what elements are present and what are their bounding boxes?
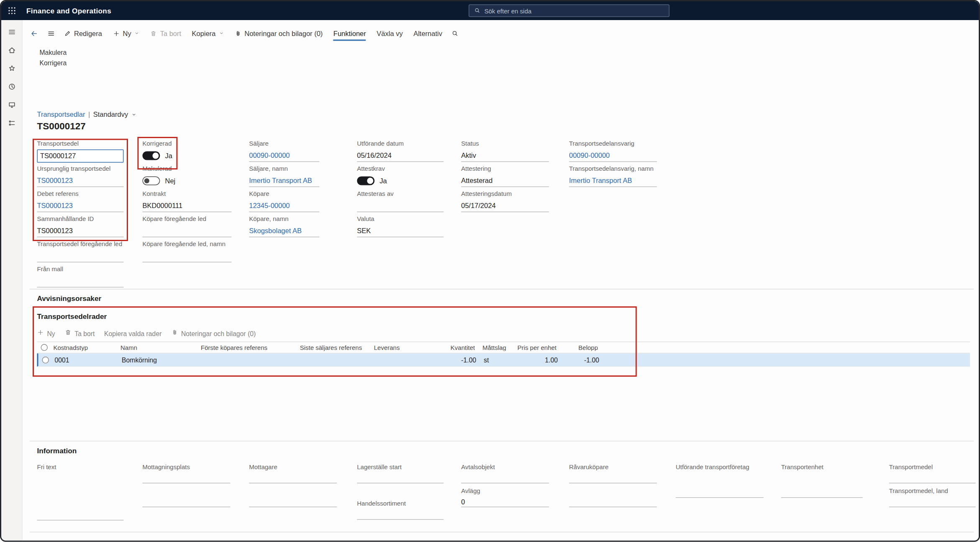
cell-belopp[interactable]: -1.00 (558, 356, 599, 364)
grid-column-m-ttslag[interactable]: Måttslag (475, 344, 512, 351)
section-avvisningsorsaker[interactable]: Avvisningsorsaker (37, 295, 102, 302)
value-attesteringsdatum[interactable]: 05/17/2024 (461, 200, 549, 212)
toggle-makulerad[interactable] (143, 177, 160, 185)
cell-m-ttslag[interactable]: st (476, 356, 513, 364)
button-noteringar-och-bilagor-0[interactable]: Noteringar och bilagor (0) (171, 329, 256, 337)
menu-item-korrigera[interactable]: Korrigera (40, 59, 67, 67)
field-utf-rande-datum: Utförande datum05/16/2024 (357, 140, 444, 165)
value-blank[interactable] (143, 497, 230, 508)
toggle-attestkrav[interactable] (357, 177, 375, 185)
value-transportsedel-f-reg-ende-led[interactable] (37, 250, 124, 262)
value-r-varuk-pare[interactable] (569, 473, 657, 484)
link-s-ljare[interactable]: 00090-00000 (249, 149, 320, 162)
grid-column-siste-s-ljares-referens[interactable]: Siste säljares referens (300, 344, 374, 351)
field-mottagare: Mottagare (249, 463, 337, 483)
grid-column-kvantitet[interactable]: Kvantitet (445, 344, 475, 351)
link-s-ljare-namn[interactable]: Imertio Transport AB (249, 175, 320, 187)
grid-column-pris-per-enhet[interactable]: Pris per enhet (512, 344, 557, 351)
value-lagerst-lle-start[interactable] (357, 473, 444, 484)
workspaces-icon[interactable] (7, 100, 17, 110)
home-icon[interactable] (7, 45, 17, 55)
button-ta-bort[interactable]: Ta bort (64, 329, 95, 337)
cell-kostnadstyp[interactable]: 0001 (55, 356, 122, 364)
global-search[interactable] (469, 5, 670, 17)
breadcrumb-page-link[interactable]: Transportsedlar (37, 110, 85, 118)
grid-column-namn[interactable]: Namn (120, 344, 201, 351)
value-k-pare-f-reg-ende-led[interactable] (143, 225, 232, 237)
button-ny[interactable]: Ny (113, 28, 139, 39)
value-transportmedel[interactable] (889, 473, 976, 484)
field-label: Handelssortiment (357, 500, 444, 509)
button-v-xla-vy[interactable]: Växla vy (377, 28, 403, 39)
link-k-pare[interactable]: 12345-00000 (249, 200, 320, 212)
button-kopiera-valda-rader[interactable]: Kopiera valda rader (104, 329, 161, 337)
link-ursprunglig-transportsedel[interactable]: TS0000123 (37, 175, 124, 187)
field-label: Transportmedel (889, 463, 976, 473)
value-utf-rande-transportf-retag[interactable] (676, 473, 764, 498)
link-transportsedelansvarig[interactable]: 00090-00000 (569, 149, 657, 162)
cell-pris-per-enhet[interactable]: 1.00 (513, 356, 558, 364)
value-valuta[interactable]: SEK (357, 225, 444, 237)
section-transportsedelrader[interactable]: Transportsedelrader (37, 313, 107, 320)
row-select-radio[interactable] (42, 356, 49, 363)
grid-column-belopp[interactable]: Belopp (557, 344, 598, 351)
grid-column-leverans[interactable]: Leverans (374, 344, 445, 351)
value-kontrakt[interactable]: BKD0000111 (143, 200, 232, 212)
grid-column-kostnadstyp[interactable]: Kostnadstyp (54, 344, 121, 351)
cell-namn[interactable]: Bomkörning (122, 356, 202, 364)
field-transportsedel: TransportsedelTS0000127 (37, 140, 124, 165)
grid-column-f-rste-k-pares-referens[interactable]: Förste köpares referens (201, 344, 300, 351)
value-attestering[interactable]: Attesterad (461, 175, 549, 187)
recent-icon[interactable] (7, 82, 17, 92)
modules-icon[interactable] (7, 118, 17, 128)
value-fri-text[interactable] (37, 473, 124, 521)
favorites-icon[interactable] (7, 64, 17, 74)
value-avl-gg[interactable]: 0 (461, 497, 549, 508)
link-transportsedelansvarig-namn[interactable]: Imertio Transport AB (569, 175, 657, 187)
value-transportmedel-land[interactable] (889, 497, 976, 508)
value-transportsedel[interactable]: TS0000127 (37, 149, 124, 163)
pencil-icon (64, 30, 71, 37)
collapse-actionpane-icon[interactable] (47, 29, 56, 38)
field-attesteringsdatum: Attesteringsdatum05/17/2024 (461, 190, 549, 216)
value-k-pare-f-reg-ende-led-namn[interactable] (143, 250, 232, 262)
button-alternativ[interactable]: Alternativ (413, 28, 442, 39)
back-icon[interactable] (30, 29, 38, 38)
value-handelssortiment[interactable] (357, 509, 444, 520)
toggle-korrigerad[interactable] (143, 152, 160, 160)
field-s-ljare-namn: Säljare, namnImertio Transport AB (249, 165, 320, 190)
button-kopiera[interactable]: Kopiera (192, 28, 224, 39)
button-ny[interactable]: Ny (37, 329, 55, 337)
value-status[interactable]: Aktiv (461, 149, 549, 162)
navigation-menu-icon[interactable] (7, 27, 17, 37)
value-sammanh-llande-id[interactable]: TS0000123 (37, 225, 124, 237)
breadcrumb: Transportsedlar | Standardvy (37, 110, 137, 118)
button-funktioner[interactable]: Funktioner (333, 28, 366, 39)
value-mottagningsplats[interactable] (143, 473, 230, 484)
button-ta-bort[interactable]: Ta bort (150, 28, 181, 39)
actionbar-search-icon[interactable] (451, 30, 458, 37)
value-avtalsobjekt[interactable] (461, 473, 549, 484)
view-selector[interactable]: Standardvy (93, 110, 128, 118)
cell-kvantitet[interactable]: -1.00 (446, 356, 476, 364)
field-label: Status (461, 140, 549, 150)
app-launcher-waffle-icon[interactable] (1, 1, 23, 20)
field-attestkrav: AttestkravJa (357, 165, 444, 190)
menu-item-makulera[interactable]: Makulera (40, 49, 67, 56)
search-input[interactable] (484, 7, 665, 14)
button-noteringar-och-bilagor-0[interactable]: Noteringar och bilagor (0) (234, 28, 322, 39)
button-redigera[interactable]: Redigera (64, 28, 102, 39)
value-utf-rande-datum[interactable]: 05/16/2024 (357, 149, 444, 162)
link-debet-referens[interactable]: TS0000123 (37, 200, 124, 212)
grid-row[interactable]: 0001Bomkörning-1.00st1.00-1.00 (37, 354, 970, 367)
value-fr-n-mall[interactable] (37, 275, 124, 288)
plus-icon (37, 329, 44, 337)
section-information[interactable]: Information (37, 447, 77, 455)
link-k-pare-namn[interactable]: Skogsbolaget AB (249, 225, 320, 237)
value-attesteras-av[interactable] (357, 200, 444, 212)
value-blank[interactable] (249, 497, 337, 508)
value-mottagare[interactable] (249, 473, 337, 484)
value-transportenhet[interactable] (781, 473, 863, 498)
select-all-radio[interactable] (41, 344, 48, 351)
value-blank[interactable] (569, 497, 657, 508)
